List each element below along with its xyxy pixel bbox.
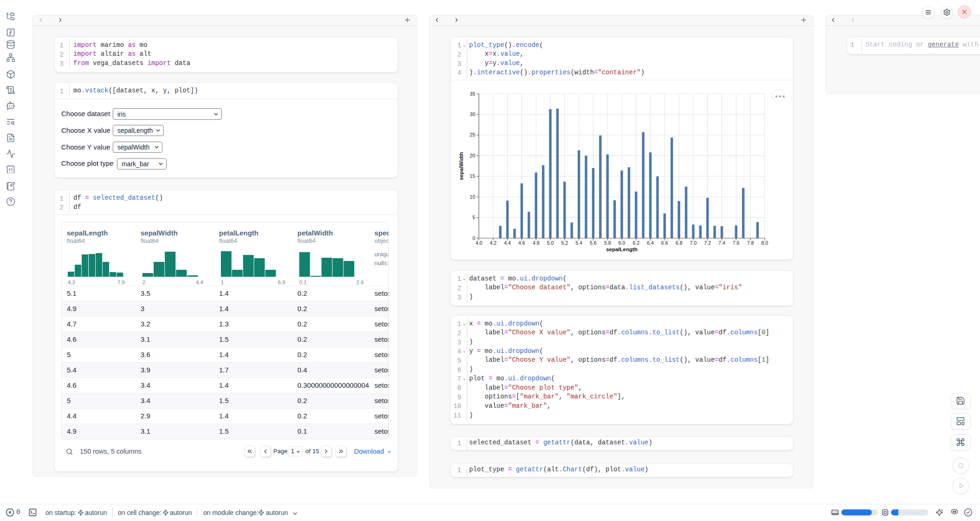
svg-text:7.2: 7.2 (704, 240, 711, 246)
svg-text:sepalLength: sepalLength (606, 247, 638, 252)
svg-text:4.4: 4.4 (504, 240, 511, 246)
svg-text:6.4: 6.4 (647, 240, 654, 246)
svg-text:sepalWidth: sepalWidth (458, 152, 464, 180)
svg-text:5: 5 (472, 215, 475, 220)
svg-text:5.2: 5.2 (561, 240, 568, 246)
svg-text:7.4: 7.4 (718, 240, 725, 246)
svg-text:7.6: 7.6 (733, 240, 740, 246)
svg-text:6.6: 6.6 (661, 240, 668, 246)
svg-text:7.8: 7.8 (747, 240, 754, 246)
svg-text:0: 0 (472, 235, 475, 241)
svg-text:4.8: 4.8 (533, 240, 540, 246)
svg-text:4.6: 4.6 (518, 240, 525, 246)
svg-text:4.2: 4.2 (490, 240, 496, 246)
svg-text:20: 20 (470, 153, 475, 158)
svg-text:25: 25 (470, 132, 475, 137)
svg-text:35: 35 (470, 91, 475, 97)
svg-text:30: 30 (470, 111, 475, 117)
svg-text:10: 10 (470, 194, 475, 200)
svg-text:6.8: 6.8 (676, 240, 683, 246)
svg-text:5.8: 5.8 (604, 240, 611, 246)
svg-text:5.0: 5.0 (547, 240, 554, 246)
svg-text:4.0: 4.0 (476, 240, 483, 246)
svg-text:5.4: 5.4 (575, 240, 582, 246)
svg-text:15: 15 (470, 173, 475, 179)
svg-text:5.6: 5.6 (590, 240, 597, 246)
svg-text:6.2: 6.2 (632, 240, 639, 246)
svg-text:6.0: 6.0 (619, 240, 625, 246)
svg-text:7.0: 7.0 (690, 240, 697, 246)
svg-text:8.0: 8.0 (761, 240, 768, 246)
